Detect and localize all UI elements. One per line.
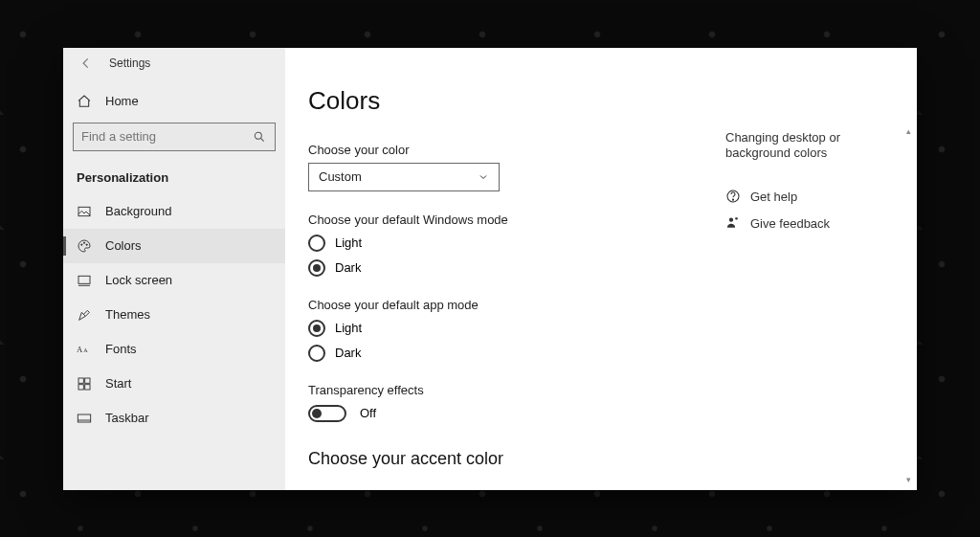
scroll-up-icon[interactable]: ▴ <box>906 126 911 136</box>
sidebar-item-taskbar[interactable]: Taskbar <box>63 401 285 436</box>
accent-title: Choose your accent color <box>308 449 729 469</box>
picture-icon <box>77 204 92 219</box>
search-input-container[interactable] <box>73 123 276 151</box>
search-input[interactable] <box>81 129 252 144</box>
sidebar: Home Personalization ︿ Background <box>63 48 285 490</box>
home-button[interactable]: Home <box>63 86 285 117</box>
svg-rect-13 <box>85 378 90 383</box>
category-label: Personalization <box>63 157 285 194</box>
window-title: Settings <box>109 56 150 70</box>
windows-mode-light[interactable]: Light <box>308 235 729 252</box>
radio-label: Light <box>335 235 362 250</box>
search-wrap <box>63 117 285 157</box>
content-section: Choose your color Custom Choose your def… <box>308 143 729 469</box>
svg-rect-4 <box>78 207 90 215</box>
choose-color-label: Choose your color <box>308 143 729 157</box>
radio-label: Dark <box>335 346 361 360</box>
scrollbar[interactable]: ▴ ▾ <box>909 128 913 482</box>
svg-line-3 <box>260 138 263 141</box>
scroll-down-icon[interactable]: ▾ <box>906 475 911 484</box>
transparency-row: Off <box>308 405 729 422</box>
radio-label: Dark <box>335 260 361 275</box>
themes-icon <box>77 307 92 323</box>
sidebar-item-themes[interactable]: Themes <box>63 298 285 332</box>
feedback-icon <box>725 215 741 231</box>
search-icon <box>252 129 267 145</box>
svg-point-5 <box>81 244 82 245</box>
windows-mode-dark[interactable]: Dark <box>308 259 729 277</box>
transparency-toggle[interactable] <box>308 405 346 422</box>
dropdown-value: Custom <box>319 169 362 184</box>
page-title: Colors <box>308 86 917 116</box>
back-button[interactable] <box>63 48 109 78</box>
get-help-link[interactable]: Get help <box>725 189 898 204</box>
related-hint[interactable]: Changing desktop or background colors <box>725 130 898 163</box>
app-mode-dark[interactable]: Dark <box>308 345 729 362</box>
sidebar-item-label: Colors <box>105 238 142 253</box>
home-icon <box>77 94 92 109</box>
radio-icon-selected <box>308 320 325 337</box>
taskbar-icon <box>77 411 92 426</box>
svg-point-20 <box>729 218 733 222</box>
sidebar-item-label: Lock screen <box>105 273 172 287</box>
windows-mode-label: Choose your default Windows mode <box>308 213 729 227</box>
right-column: Changing desktop or background colors Ge… <box>725 130 898 243</box>
app-mode-label: Choose your default app mode <box>308 298 729 312</box>
give-feedback-link[interactable]: Give feedback <box>725 215 898 231</box>
radio-icon <box>308 345 325 362</box>
toggle-state: Off <box>360 406 376 420</box>
start-icon <box>77 376 92 392</box>
fonts-icon: AA <box>77 342 92 357</box>
help-icon <box>725 189 741 204</box>
chevron-down-icon <box>478 171 489 183</box>
color-mode-dropdown[interactable]: Custom <box>308 163 500 191</box>
radio-icon-selected <box>308 259 325 277</box>
sidebar-item-label: Start <box>105 376 131 391</box>
svg-text:A: A <box>83 347 88 353</box>
svg-point-19 <box>732 199 733 200</box>
svg-rect-16 <box>78 414 90 422</box>
svg-point-7 <box>86 244 87 245</box>
home-label: Home <box>105 94 139 108</box>
nav-list: Background Colors Lock screen Themes <box>63 194 285 436</box>
svg-text:A: A <box>77 345 83 354</box>
lockscreen-icon <box>77 273 92 288</box>
sidebar-item-colors[interactable]: Colors <box>63 229 285 263</box>
svg-rect-14 <box>78 384 83 389</box>
palette-icon <box>77 238 92 254</box>
svg-point-6 <box>83 242 84 243</box>
svg-rect-15 <box>85 384 90 389</box>
sidebar-item-label: Background <box>105 204 171 218</box>
radio-label: Light <box>335 321 362 335</box>
main-content: Colors Choose your color Custom Choose y… <box>285 48 917 490</box>
svg-rect-8 <box>78 276 90 283</box>
sidebar-item-fonts[interactable]: AA Fonts <box>63 332 285 367</box>
radio-icon <box>308 235 325 252</box>
link-label: Give feedback <box>750 216 830 231</box>
svg-rect-12 <box>78 378 83 383</box>
sidebar-item-label: Taskbar <box>105 411 149 425</box>
link-label: Get help <box>750 190 797 204</box>
sidebar-item-background[interactable]: Background <box>63 194 285 229</box>
sidebar-item-lockscreen[interactable]: Lock screen <box>63 263 285 298</box>
sidebar-item-label: Themes <box>105 307 150 322</box>
sidebar-item-start[interactable]: Start <box>63 367 285 401</box>
transparency-label: Transparency effects <box>308 383 729 397</box>
settings-window: Settings Home <box>63 48 917 490</box>
app-mode-light[interactable]: Light <box>308 320 729 337</box>
svg-point-2 <box>255 132 261 139</box>
sidebar-item-label: Fonts <box>105 342 137 356</box>
